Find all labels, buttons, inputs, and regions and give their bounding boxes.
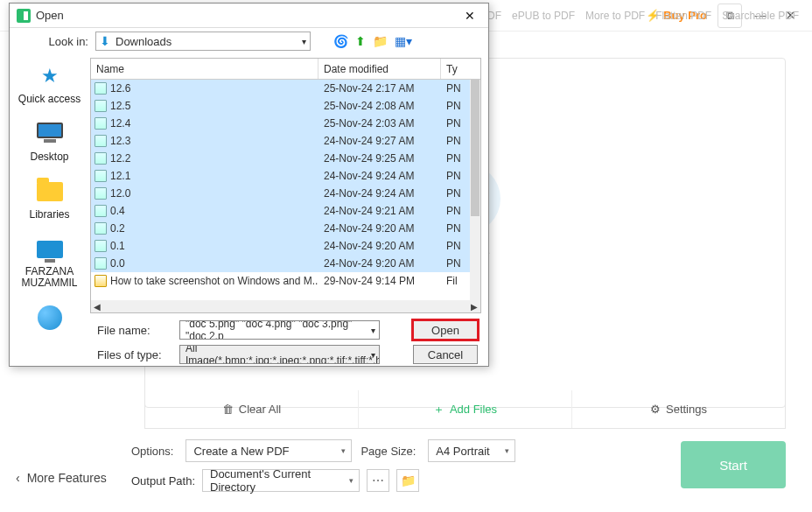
file-type: PN	[441, 240, 470, 252]
start-button[interactable]: Start	[681, 441, 786, 488]
lookin-label: Look in:	[18, 35, 88, 48]
newfolder-icon[interactable]: 📁	[373, 34, 388, 48]
file-date: 24-Nov-24 9:21 AM	[318, 205, 441, 217]
image-file-icon	[94, 170, 107, 182]
view-menu-icon[interactable]: ▦▾	[395, 34, 412, 48]
horizontal-scrollbar[interactable]: ◀ ▶	[91, 300, 480, 312]
create-pdf-select[interactable]: Create a New PDF▾	[186, 439, 352, 462]
image-file-icon	[94, 117, 107, 130]
image-file-icon	[94, 222, 107, 235]
dialog-close-button[interactable]: ✕	[458, 6, 481, 25]
scroll-thumb[interactable]	[471, 80, 480, 216]
file-type: PN	[441, 152, 470, 165]
file-type: PN	[441, 205, 470, 217]
place-network[interactable]	[15, 305, 85, 331]
file-list[interactable]: 12.625-Nov-24 2:17 AMPN12.525-Nov-24 2:0…	[91, 80, 470, 300]
pagesize-select[interactable]: A4 Portrait▾	[428, 439, 515, 462]
file-row[interactable]: 12.425-Nov-24 2:03 AMPN	[91, 115, 470, 132]
downloads-icon: ⬇	[100, 34, 110, 48]
file-date: 29-Nov-24 9:14 PM	[318, 275, 441, 287]
place-user[interactable]: FARZANA MUZAMMIL	[15, 236, 85, 289]
file-type: PN	[441, 170, 470, 182]
image-file-icon	[94, 240, 107, 252]
open-button[interactable]: Open	[413, 320, 478, 340]
more-button[interactable]: ⋯	[367, 469, 389, 492]
lookin-combo[interactable]: ⬇ Downloads ▾	[95, 32, 311, 51]
scroll-right-arrow-icon[interactable]: ▶	[468, 302, 480, 312]
html-file-icon	[94, 275, 107, 287]
file-type: PN	[441, 222, 470, 235]
image-file-icon	[94, 100, 107, 112]
place-libraries[interactable]: Libraries	[15, 179, 85, 221]
file-type: PN	[441, 257, 470, 270]
image-file-icon	[94, 205, 107, 217]
file-name: 0.1	[110, 240, 125, 252]
file-row[interactable]: 0.224-Nov-24 9:20 AMPN	[91, 220, 470, 237]
star-icon: ★	[34, 63, 66, 89]
options-label: Options:	[131, 445, 173, 458]
col-name-header[interactable]: Name	[91, 59, 318, 79]
file-date: 24-Nov-24 9:24 AM	[318, 187, 441, 200]
file-list-pane: Name Date modified Ty 12.625-Nov-24 2:17…	[90, 58, 481, 313]
file-date: 25-Nov-24 2:03 AM	[318, 117, 441, 130]
action-tabs: 🗑 Clear All ＋ Add Files ⚙ Settings	[144, 390, 786, 429]
more-features-button[interactable]: ‹ More Features	[16, 471, 107, 485]
file-type: PN	[441, 135, 470, 147]
settings-tab[interactable]: ⚙ Settings	[572, 390, 785, 428]
file-date: 24-Nov-24 9:20 AM	[318, 222, 441, 235]
output-label: Output Path:	[131, 474, 195, 487]
up-icon[interactable]: ⬆	[355, 34, 366, 48]
filetype-select[interactable]: All Image(*.bmp;*.jpg;*.jpeg;*.png;*.tif…	[179, 345, 380, 364]
add-files-tab[interactable]: ＋ Add Files	[359, 390, 572, 428]
open-dialog: Open ✕ Look in: ⬇ Downloads ▾ 🌀 ⬆ 📁 ▦▾ ★…	[9, 3, 489, 367]
file-name: 12.4	[110, 117, 130, 130]
image-file-icon	[94, 257, 107, 270]
output-path-select[interactable]: Document's Current Directory▾	[202, 469, 360, 492]
file-row[interactable]: 0.424-Nov-24 9:21 AMPN	[91, 202, 470, 220]
file-name: 12.6	[110, 82, 130, 95]
file-row[interactable]: 12.124-Nov-24 9:24 AMPN	[91, 167, 470, 185]
image-file-icon	[94, 187, 107, 200]
file-row[interactable]: 12.224-Nov-24 9:25 AMPN	[91, 150, 470, 167]
network-icon	[38, 305, 62, 330]
file-name: 12.5	[110, 100, 130, 112]
file-row[interactable]: How to take screenshot on Windows and M.…	[91, 272, 470, 290]
clear-all-tab[interactable]: 🗑 Clear All	[145, 390, 359, 428]
file-row[interactable]: 12.625-Nov-24 2:17 AMPN	[91, 80, 470, 97]
pc-icon	[37, 241, 63, 258]
back-icon[interactable]: 🌀	[333, 34, 348, 48]
image-file-icon	[94, 135, 107, 147]
col-date-header[interactable]: Date modified	[318, 59, 441, 79]
file-row[interactable]: 12.525-Nov-24 2:08 AMPN	[91, 97, 470, 115]
file-date: 24-Nov-24 9:20 AM	[318, 257, 441, 270]
file-date: 24-Nov-24 9:20 AM	[318, 240, 441, 252]
file-name: 12.2	[110, 152, 130, 165]
file-type: PN	[441, 187, 470, 200]
plus-icon: ＋	[433, 402, 444, 417]
filename-label: File name:	[97, 324, 171, 337]
file-row[interactable]: 0.024-Nov-24 9:20 AMPN	[91, 255, 470, 272]
place-quick-access[interactable]: ★ Quick access	[15, 63, 85, 105]
file-row[interactable]: 12.024-Nov-24 9:24 AMPN	[91, 185, 470, 202]
filetype-label: Files of type:	[97, 348, 171, 361]
image-file-icon	[94, 82, 107, 95]
file-date: 24-Nov-24 9:24 AM	[318, 170, 441, 182]
file-name: 0.4	[110, 205, 125, 217]
file-row[interactable]: 0.124-Nov-24 9:20 AMPN	[91, 237, 470, 255]
trash-icon: 🗑	[222, 403, 234, 416]
file-name: How to take screenshot on Windows and M.…	[110, 275, 318, 287]
vertical-scrollbar[interactable]	[470, 80, 480, 300]
file-name: 0.2	[110, 222, 125, 235]
file-date: 25-Nov-24 2:17 AM	[318, 82, 441, 95]
filename-input[interactable]: "doc 5.png" "doc 4.png" "doc 3.png" "doc…	[179, 320, 380, 340]
scroll-left-arrow-icon[interactable]: ◀	[91, 302, 103, 312]
file-name: 12.1	[110, 170, 130, 182]
pagesize-label: Page Size:	[360, 445, 416, 458]
place-desktop[interactable]: Desktop	[15, 121, 85, 163]
folder-button[interactable]: 📁	[396, 469, 419, 492]
col-type-header[interactable]: Ty	[441, 59, 480, 79]
file-row[interactable]: 12.324-Nov-24 9:27 AMPN	[91, 132, 470, 150]
file-type: Fil	[441, 275, 470, 287]
cancel-button[interactable]: Cancel	[413, 345, 478, 364]
dialog-titlebar[interactable]: Open ✕	[10, 4, 488, 28]
